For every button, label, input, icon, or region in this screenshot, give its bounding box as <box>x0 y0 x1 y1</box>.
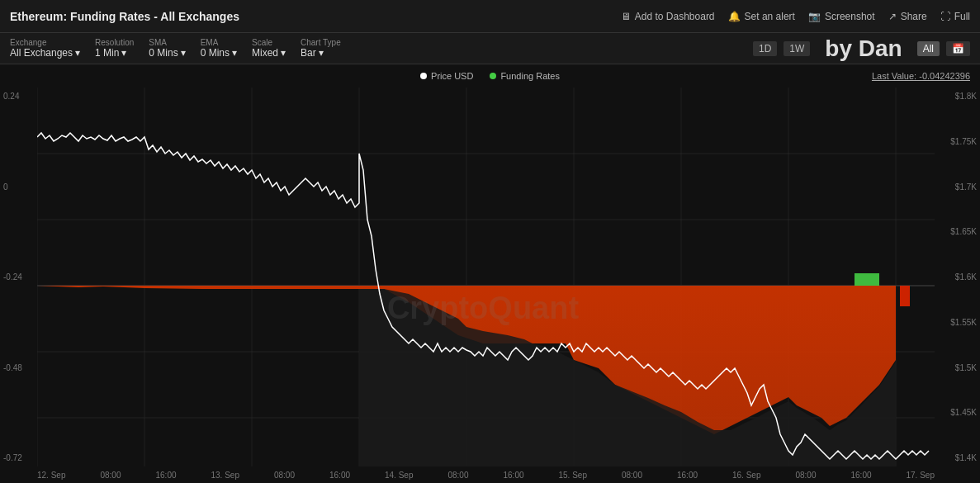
sma-label: SMA <box>149 38 185 47</box>
chart-type-label: Chart Type <box>301 38 341 47</box>
scale-label: Scale <box>252 38 286 47</box>
chart-type-select[interactable]: Bar ▾ <box>301 47 341 59</box>
page-title: Ethereum: Funding Rates - All Exchanges <box>10 10 239 23</box>
ema-group: EMA 0 Mins ▾ <box>201 38 237 59</box>
x-tick-6: 14. Sep <box>385 471 413 480</box>
scale-group: Scale Mixed ▾ <box>252 38 286 59</box>
header: Ethereum: Funding Rates - All Exchanges … <box>0 0 980 33</box>
chevron-down-icon: ▾ <box>75 47 80 59</box>
share-button[interactable]: ↗ Share <box>888 11 927 22</box>
chevron-down-icon: ▾ <box>121 47 126 59</box>
chevron-down-icon: ▾ <box>319 47 324 59</box>
time-1d-button[interactable]: 1D <box>753 41 777 56</box>
ema-select[interactable]: 0 Mins ▾ <box>201 47 237 59</box>
last-value: Last Value: -0.04242396 <box>872 71 970 81</box>
chevron-down-icon: ▾ <box>181 47 186 59</box>
exchange-group: Exchange All Exchanges ▾ <box>10 38 80 59</box>
x-tick-8: 16:00 <box>503 471 523 480</box>
header-actions: 🖥 Add to Dashboard 🔔 Set an alert 📷 Scre… <box>621 11 970 22</box>
x-tick-14: 16:00 <box>850 471 871 480</box>
y-right-tick-4: $1.6K <box>938 272 977 282</box>
time-1w-button[interactable]: 1W <box>784 41 810 56</box>
full-icon: ⛶ <box>940 11 950 22</box>
x-tick-4: 08:00 <box>274 471 295 480</box>
x-tick-0: 12. Sep <box>37 471 65 480</box>
toolbar-right: 1D 1W by Dan All 📅 <box>753 36 970 62</box>
calendar-button[interactable]: 📅 <box>946 41 970 56</box>
resolution-group: Resolution 1 Min ▾ <box>95 38 134 59</box>
y-tick-0: 0.24 <box>3 92 34 101</box>
time-all-button[interactable]: All <box>917 41 940 56</box>
y-axis-left: 0.24 0 -0.24 -0.48 -0.72 <box>0 88 37 466</box>
legend-price-usd: Price USD <box>420 71 473 81</box>
toolbar: Exchange All Exchanges ▾ Resolution 1 Mi… <box>0 33 980 64</box>
y-right-tick-1: $1.75K <box>938 137 977 146</box>
x-axis: 12. Sep 08:00 16:00 13. Sep 08:00 16:00 … <box>37 466 935 483</box>
sma-group: SMA 0 Mins ▾ <box>149 38 185 59</box>
chart-svg: CryptoQuant <box>37 88 935 466</box>
x-tick-9: 15. Sep <box>559 471 587 480</box>
chevron-down-icon: ▾ <box>232 47 237 59</box>
legend-funding-rates: Funding Rates <box>490 71 560 81</box>
calendar-icon: 📅 <box>952 43 964 54</box>
full-button[interactable]: ⛶ Full <box>940 11 970 22</box>
resolution-label: Resolution <box>95 38 134 47</box>
exchange-select[interactable]: All Exchanges ▾ <box>10 47 80 59</box>
y-tick-4: -0.72 <box>3 453 34 462</box>
funding-rates-dot <box>490 73 496 79</box>
set-alert-button[interactable]: 🔔 Set an alert <box>728 11 795 22</box>
x-tick-13: 08:00 <box>795 471 816 480</box>
x-tick-11: 16:00 <box>677 471 698 480</box>
y-right-tick-7: $1.45K <box>938 408 977 417</box>
watermark-text: CryptoQuant <box>387 291 580 325</box>
y-right-tick-8: $1.4K <box>938 453 977 462</box>
chart-legend-row: Price USD Funding Rates Last Value: -0.0… <box>0 64 980 88</box>
chart-type-group: Chart Type Bar ▾ <box>301 38 341 59</box>
x-tick-5: 16:00 <box>329 471 350 480</box>
add-dashboard-button[interactable]: 🖥 Add to Dashboard <box>621 11 715 22</box>
red-bar-end <box>900 286 910 306</box>
alert-icon: 🔔 <box>728 11 741 22</box>
dashboard-icon: 🖥 <box>621 11 631 22</box>
by-dan-label: by Dan <box>825 36 902 62</box>
x-tick-15: 17. Sep <box>907 471 935 480</box>
x-tick-10: 08:00 <box>622 471 642 480</box>
legend-items: Price USD Funding Rates <box>420 71 560 81</box>
screenshot-icon: 📷 <box>808 11 821 22</box>
scale-select[interactable]: Mixed ▾ <box>252 47 286 59</box>
chevron-down-icon: ▾ <box>281 47 286 59</box>
y-right-tick-3: $1.65K <box>938 227 977 236</box>
y-right-tick-2: $1.7K <box>938 182 977 192</box>
x-tick-1: 08:00 <box>100 471 121 480</box>
sma-select[interactable]: 0 Mins ▾ <box>149 47 185 59</box>
exchange-label: Exchange <box>10 38 80 47</box>
resolution-select[interactable]: 1 Min ▾ <box>95 47 134 59</box>
x-tick-12: 16. Sep <box>732 471 760 480</box>
y-right-tick-5: $1.55K <box>938 318 977 327</box>
y-tick-3: -0.48 <box>3 363 34 372</box>
y-tick-1: 0 <box>3 182 34 192</box>
share-icon: ↗ <box>888 11 897 22</box>
x-tick-7: 08:00 <box>447 471 468 480</box>
green-funding-bar <box>855 273 879 286</box>
screenshot-button[interactable]: 📷 Screenshot <box>808 11 875 22</box>
y-right-tick-0: $1.8K <box>938 92 977 101</box>
ema-label: EMA <box>201 38 237 47</box>
y-right-tick-6: $1.5K <box>938 363 977 372</box>
x-tick-2: 16:00 <box>155 471 176 480</box>
y-tick-2: -0.24 <box>3 272 34 282</box>
price-usd-dot <box>420 73 427 79</box>
chart-container: 0.24 0 -0.24 -0.48 -0.72 $1.8K $1.75K $1… <box>0 88 980 483</box>
y-axis-right: $1.8K $1.75K $1.7K $1.65K $1.6K $1.55K $… <box>935 88 980 466</box>
x-tick-3: 13. Sep <box>211 471 239 480</box>
toolbar-left: Exchange All Exchanges ▾ Resolution 1 Mi… <box>10 38 341 59</box>
